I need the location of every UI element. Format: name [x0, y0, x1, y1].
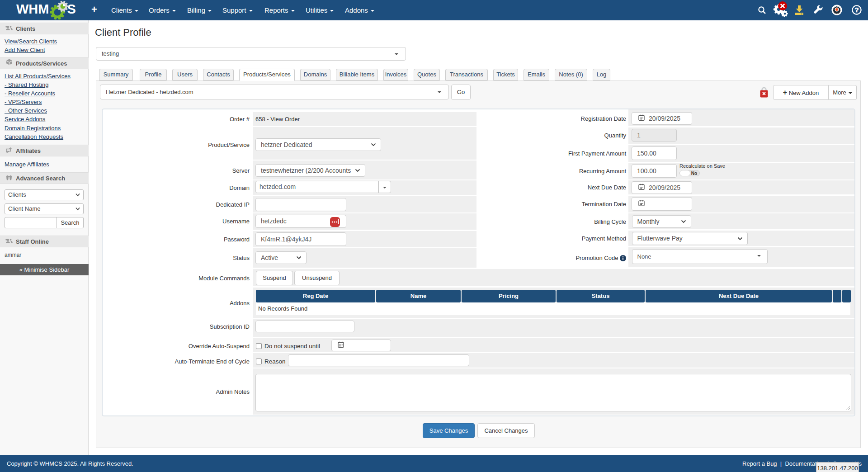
svg-text:?: ? — [854, 6, 859, 14]
